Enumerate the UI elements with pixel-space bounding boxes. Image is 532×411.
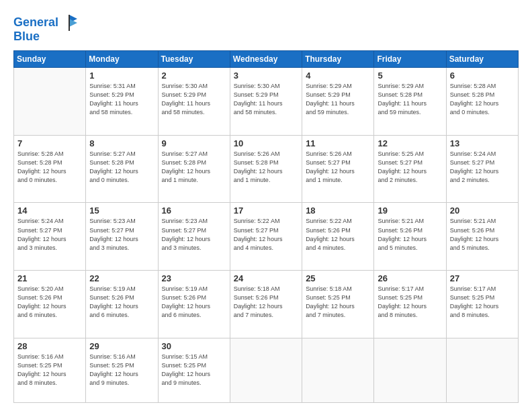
day-info: Sunrise: 5:26 AM Sunset: 5:27 PM Dayligh… (306, 150, 370, 185)
day-info: Sunrise: 5:17 AM Sunset: 5:25 PM Dayligh… (450, 285, 515, 320)
day-info: Sunrise: 5:15 AM Sunset: 5:25 PM Dayligh… (162, 353, 226, 387)
day-number: 11 (306, 138, 370, 148)
day-number: 4 (306, 71, 370, 81)
calendar-cell: 5Sunrise: 5:29 AM Sunset: 5:28 PM Daylig… (374, 68, 446, 136)
day-info: Sunrise: 5:16 AM Sunset: 5:25 PM Dayligh… (89, 353, 154, 387)
calendar-cell: 9Sunrise: 5:27 AM Sunset: 5:28 PM Daylig… (158, 135, 230, 203)
day-number: 25 (306, 273, 370, 283)
day-info: Sunrise: 5:22 AM Sunset: 5:27 PM Dayligh… (234, 217, 298, 252)
weekday-wednesday: Wednesday (230, 51, 302, 68)
calendar-cell: 28Sunrise: 5:16 AM Sunset: 5:25 PM Dayli… (14, 338, 86, 402)
day-info: Sunrise: 5:21 AM Sunset: 5:26 PM Dayligh… (378, 217, 442, 252)
day-info: Sunrise: 5:30 AM Sunset: 5:29 PM Dayligh… (234, 82, 298, 117)
calendar-cell: 22Sunrise: 5:19 AM Sunset: 5:26 PM Dayli… (86, 271, 158, 338)
calendar-cell: 21Sunrise: 5:20 AM Sunset: 5:26 PM Dayli… (14, 271, 86, 338)
day-number: 19 (378, 205, 442, 216)
calendar-cell: 18Sunrise: 5:22 AM Sunset: 5:26 PM Dayli… (302, 203, 374, 271)
day-info: Sunrise: 5:25 AM Sunset: 5:27 PM Dayligh… (378, 150, 442, 185)
week-row-4: 21Sunrise: 5:20 AM Sunset: 5:26 PM Dayli… (14, 271, 519, 338)
calendar-cell: 7Sunrise: 5:28 AM Sunset: 5:28 PM Daylig… (14, 135, 86, 203)
day-info: Sunrise: 5:19 AM Sunset: 5:26 PM Dayligh… (162, 285, 226, 320)
day-number: 26 (378, 273, 442, 283)
day-number: 9 (162, 138, 226, 148)
calendar-cell: 12Sunrise: 5:25 AM Sunset: 5:27 PM Dayli… (374, 135, 446, 203)
day-info: Sunrise: 5:29 AM Sunset: 5:28 PM Dayligh… (378, 82, 442, 117)
day-info: Sunrise: 5:28 AM Sunset: 5:28 PM Dayligh… (450, 82, 515, 117)
calendar-cell (446, 338, 518, 402)
day-info: Sunrise: 5:22 AM Sunset: 5:26 PM Dayligh… (306, 217, 370, 252)
day-number: 16 (162, 205, 226, 216)
day-info: Sunrise: 5:31 AM Sunset: 5:29 PM Dayligh… (89, 82, 154, 117)
calendar-cell: 14Sunrise: 5:24 AM Sunset: 5:27 PM Dayli… (14, 203, 86, 271)
day-number: 29 (89, 341, 154, 351)
day-info: Sunrise: 5:17 AM Sunset: 5:25 PM Dayligh… (378, 285, 442, 320)
day-number: 3 (234, 71, 298, 81)
weekday-saturday: Saturday (446, 51, 518, 68)
day-number: 10 (234, 138, 298, 148)
calendar-cell: 6Sunrise: 5:28 AM Sunset: 5:28 PM Daylig… (446, 68, 518, 136)
day-number: 22 (89, 273, 154, 283)
day-number: 13 (450, 138, 515, 148)
day-info: Sunrise: 5:23 AM Sunset: 5:27 PM Dayligh… (162, 217, 226, 252)
calendar-cell: 11Sunrise: 5:26 AM Sunset: 5:27 PM Dayli… (302, 135, 374, 203)
logo: General Blue (13, 13, 79, 44)
day-number: 5 (378, 71, 442, 81)
logo-icon (60, 13, 79, 32)
day-info: Sunrise: 5:20 AM Sunset: 5:26 PM Dayligh… (17, 285, 82, 320)
weekday-friday: Friday (374, 51, 446, 68)
weekday-thursday: Thursday (302, 51, 374, 68)
day-number: 1 (89, 71, 154, 81)
day-info: Sunrise: 5:27 AM Sunset: 5:28 PM Dayligh… (162, 150, 226, 185)
week-row-3: 14Sunrise: 5:24 AM Sunset: 5:27 PM Dayli… (14, 203, 519, 271)
day-info: Sunrise: 5:27 AM Sunset: 5:28 PM Dayligh… (89, 150, 154, 185)
week-row-2: 7Sunrise: 5:28 AM Sunset: 5:28 PM Daylig… (14, 135, 519, 203)
day-info: Sunrise: 5:23 AM Sunset: 5:27 PM Dayligh… (89, 217, 154, 252)
calendar-cell: 19Sunrise: 5:21 AM Sunset: 5:26 PM Dayli… (374, 203, 446, 271)
day-number: 27 (450, 273, 515, 283)
calendar-cell: 20Sunrise: 5:21 AM Sunset: 5:26 PM Dayli… (446, 203, 518, 271)
calendar-cell: 16Sunrise: 5:23 AM Sunset: 5:27 PM Dayli… (158, 203, 230, 271)
calendar-cell (302, 338, 374, 402)
logo-general: General (13, 15, 58, 29)
calendar-cell: 29Sunrise: 5:16 AM Sunset: 5:25 PM Dayli… (86, 338, 158, 402)
calendar-cell: 23Sunrise: 5:19 AM Sunset: 5:26 PM Dayli… (158, 271, 230, 338)
day-info: Sunrise: 5:21 AM Sunset: 5:26 PM Dayligh… (450, 217, 515, 252)
day-info: Sunrise: 5:29 AM Sunset: 5:29 PM Dayligh… (306, 82, 370, 117)
calendar-cell: 4Sunrise: 5:29 AM Sunset: 5:29 PM Daylig… (302, 68, 374, 136)
calendar-cell (374, 338, 446, 402)
day-info: Sunrise: 5:18 AM Sunset: 5:25 PM Dayligh… (306, 285, 370, 320)
weekday-monday: Monday (86, 51, 158, 68)
calendar-cell: 10Sunrise: 5:26 AM Sunset: 5:28 PM Dayli… (230, 135, 302, 203)
day-info: Sunrise: 5:24 AM Sunset: 5:27 PM Dayligh… (450, 150, 515, 185)
header: General Blue (13, 11, 519, 44)
day-number: 20 (450, 205, 515, 216)
day-info: Sunrise: 5:16 AM Sunset: 5:25 PM Dayligh… (17, 353, 82, 387)
day-info: Sunrise: 5:30 AM Sunset: 5:29 PM Dayligh… (162, 82, 226, 117)
day-info: Sunrise: 5:26 AM Sunset: 5:28 PM Dayligh… (234, 150, 298, 185)
day-number: 6 (450, 71, 515, 81)
week-row-1: 1Sunrise: 5:31 AM Sunset: 5:29 PM Daylig… (14, 68, 519, 136)
calendar-cell: 30Sunrise: 5:15 AM Sunset: 5:25 PM Dayli… (158, 338, 230, 402)
day-number: 30 (162, 341, 226, 351)
day-info: Sunrise: 5:18 AM Sunset: 5:26 PM Dayligh… (234, 285, 298, 320)
calendar-cell: 26Sunrise: 5:17 AM Sunset: 5:25 PM Dayli… (374, 271, 446, 338)
day-number: 12 (378, 138, 442, 148)
day-number: 21 (17, 273, 82, 283)
calendar-cell: 1Sunrise: 5:31 AM Sunset: 5:29 PM Daylig… (86, 68, 158, 136)
day-number: 14 (17, 205, 82, 216)
logo-text: General (13, 16, 58, 30)
calendar-cell: 25Sunrise: 5:18 AM Sunset: 5:25 PM Dayli… (302, 271, 374, 338)
calendar-cell (230, 338, 302, 402)
page: General Blue SundayMondayTuesd (0, 0, 532, 411)
calendar-cell: 13Sunrise: 5:24 AM Sunset: 5:27 PM Dayli… (446, 135, 518, 203)
day-number: 15 (89, 205, 154, 216)
weekday-sunday: Sunday (14, 51, 86, 68)
calendar-cell: 17Sunrise: 5:22 AM Sunset: 5:27 PM Dayli… (230, 203, 302, 271)
day-info: Sunrise: 5:28 AM Sunset: 5:28 PM Dayligh… (17, 150, 82, 185)
calendar-cell: 15Sunrise: 5:23 AM Sunset: 5:27 PM Dayli… (86, 203, 158, 271)
week-row-5: 28Sunrise: 5:16 AM Sunset: 5:25 PM Dayli… (14, 338, 519, 402)
day-number: 7 (17, 138, 82, 148)
day-info: Sunrise: 5:24 AM Sunset: 5:27 PM Dayligh… (17, 217, 82, 252)
day-number: 24 (234, 273, 298, 283)
calendar-cell: 3Sunrise: 5:30 AM Sunset: 5:29 PM Daylig… (230, 68, 302, 136)
